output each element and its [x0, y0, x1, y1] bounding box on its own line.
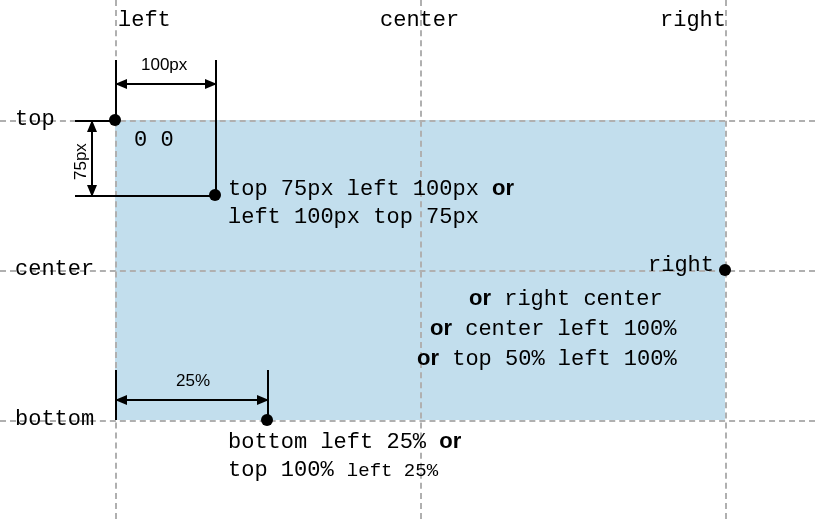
axis-label-vcenter: center	[15, 257, 94, 282]
svg-marker-2	[205, 79, 217, 89]
label-right-line1: right	[648, 253, 714, 278]
dim-label-75px: 75px	[71, 143, 91, 180]
position-diagram: left center right top center bottom 100p…	[0, 0, 815, 519]
dim-arrow-25pct	[115, 393, 269, 407]
label-bottom-line2: top 100% left 25%	[228, 458, 438, 483]
svg-marker-4	[87, 120, 97, 132]
axis-label-left: left	[118, 8, 171, 33]
dot-top75-left100	[209, 189, 221, 201]
svg-marker-1	[115, 79, 127, 89]
gridline-top	[0, 120, 815, 122]
dot-right-center	[719, 264, 731, 276]
axis-label-hcenter: center	[380, 8, 459, 33]
svg-marker-5	[87, 185, 97, 197]
axis-label-top: top	[15, 107, 55, 132]
dot-origin	[109, 114, 121, 126]
svg-marker-8	[257, 395, 269, 405]
axis-label-bottom: bottom	[15, 407, 94, 432]
label-right-line4: or top 50% left 100%	[417, 345, 677, 372]
label-right-line3: or center left 100%	[430, 315, 676, 342]
label-right-line2: or right center	[469, 285, 663, 312]
dot-bottom-left25	[261, 414, 273, 426]
dim-label-25pct: 25%	[176, 371, 210, 391]
axis-label-right: right	[660, 8, 726, 33]
gridline-right	[725, 0, 727, 519]
dim-label-100px: 100px	[141, 55, 187, 75]
label-top75-left100-line2: left 100px top 75px	[228, 205, 479, 230]
label-origin: 0 0	[134, 128, 174, 153]
svg-marker-7	[115, 395, 127, 405]
dim-arrow-100px	[115, 77, 217, 91]
label-bottom-line1: bottom left 25% or	[228, 428, 461, 455]
label-top75-left100-line1: top 75px left 100px or	[228, 175, 514, 202]
gridline-bottom	[0, 420, 815, 422]
